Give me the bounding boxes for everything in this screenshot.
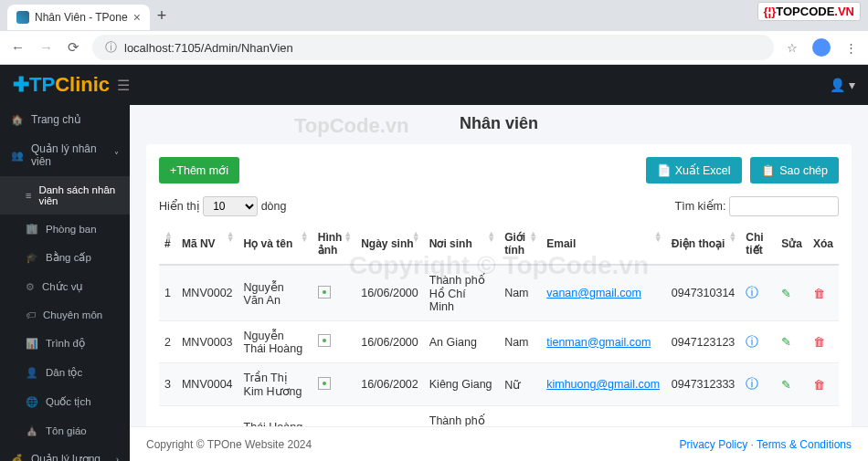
sidebar-icon: 💰 <box>11 454 24 462</box>
search-label: Tìm kiếm: <box>675 200 726 213</box>
sort-icon: ▲▼ <box>728 231 736 242</box>
chevron-icon: ˅ <box>114 151 119 161</box>
table-row: 3 MNV0004 Trần Thị Kim Hương 16/06/2002 … <box>159 363 839 406</box>
page-title: Nhân viên <box>146 114 852 133</box>
sidebar-item[interactable]: 💰Quản lý lương› <box>0 445 130 461</box>
page-size-select[interactable]: 10 <box>203 196 258 216</box>
detail-icon[interactable]: ⓘ <box>746 285 758 299</box>
sidebar-item[interactable]: 🎓Bằng cấp <box>0 243 130 272</box>
sidebar-icon: ⚙ <box>26 281 35 293</box>
address-bar: ← → ⟳ ⓘ localhost:7105/Admin/NhanVien ☆ … <box>0 31 868 64</box>
delete-icon[interactable]: 🗑 <box>813 287 825 300</box>
sidebar-label: Chức vụ <box>42 280 83 293</box>
sidebar-label: Trang chủ <box>31 113 81 126</box>
column-header[interactable]: Giới tính▲▼ <box>499 224 541 265</box>
email-link[interactable]: vanan@gmail.com <box>546 287 641 299</box>
add-button[interactable]: +Thêm mới <box>159 157 239 183</box>
reload-icon[interactable]: ⟳ <box>68 39 79 56</box>
sidebar-item[interactable]: ⚙Chức vụ <box>0 272 130 301</box>
column-header[interactable]: Hình ảnh▲▼ <box>312 224 355 265</box>
email-link[interactable]: kimhuong@gmail.com <box>546 378 660 391</box>
show-prefix: Hiển thị <box>159 200 200 213</box>
edit-icon[interactable]: ✎ <box>781 378 791 392</box>
tab-close-icon[interactable]: × <box>133 10 141 25</box>
main-area: TopCode.vn Nhân viên +Thêm mới 📄 Xuất Ex… <box>130 105 868 461</box>
sort-icon: ▲▼ <box>164 231 173 242</box>
sidebar-item[interactable]: 🏢Phòng ban <box>0 215 130 243</box>
menu-toggle-icon[interactable]: ☰ <box>117 77 130 94</box>
sidebar-icon: 🏢 <box>26 223 38 235</box>
sidebar-item[interactable]: 👤Dân tộc <box>0 358 130 387</box>
sidebar-icon: ⛪ <box>26 424 38 436</box>
footer-copyright: Copyright © TPOne Website 2024 <box>146 438 312 451</box>
sort-icon: ▲▼ <box>529 231 537 242</box>
edit-icon[interactable]: ✎ <box>781 287 791 300</box>
privacy-link[interactable]: Privacy Policy <box>679 438 747 451</box>
tab-title: Nhân Viên - TPone <box>35 11 128 24</box>
delete-icon[interactable]: 🗑 <box>813 378 825 392</box>
column-header[interactable]: Nơi sinh▲▼ <box>424 224 499 265</box>
sidebar-icon: 🏠 <box>11 114 24 126</box>
column-header[interactable]: #▲▼ <box>159 224 176 265</box>
sidebar-label: Phòng ban <box>46 224 97 235</box>
column-header[interactable]: Ngày sinh▲▼ <box>355 224 424 265</box>
column-header[interactable]: Họ và tên▲▼ <box>238 224 312 265</box>
sort-icon: ▲▼ <box>487 231 495 242</box>
topcode-badge: {¦}TOPCODE.VN <box>757 2 862 21</box>
url-input[interactable]: ⓘ localhost:7105/Admin/NhanVien <box>92 35 774 60</box>
sidebar: 🏠Trang chủ👥Quản lý nhân viên˅≡Danh sách … <box>0 105 130 461</box>
sidebar-icon: 📊 <box>26 338 38 350</box>
forward-icon[interactable]: → <box>39 39 53 56</box>
sort-icon: ▲▼ <box>301 231 309 242</box>
bookmark-icon[interactable]: ☆ <box>787 41 798 55</box>
detail-icon[interactable]: ⓘ <box>746 334 758 349</box>
sidebar-item[interactable]: 👥Quản lý nhân viên˅ <box>0 134 130 176</box>
sidebar-label: Quản lý lương <box>31 453 101 461</box>
sidebar-label: Chuyên môn <box>43 309 102 320</box>
footer: Copyright © TPOne Website 2024 Privacy P… <box>130 426 868 461</box>
column-header[interactable]: Điện thoại▲▼ <box>666 224 741 265</box>
sidebar-item[interactable]: 🌐Quốc tịch <box>0 387 130 416</box>
excel-icon: 📄 <box>657 163 672 177</box>
table-row: 1 MNV0002 Nguyễn Văn An 16/06/2000 Thành… <box>159 265 839 321</box>
sort-icon: ▲▼ <box>344 231 352 242</box>
app-logo[interactable]: ✚TPClinic <box>13 73 110 97</box>
sidebar-item[interactable]: 📊Trình độ <box>0 329 130 358</box>
sidebar-item[interactable]: ≡Danh sách nhân viên <box>0 176 130 215</box>
column-header[interactable]: Email▲▼ <box>541 224 666 265</box>
detail-icon[interactable]: ⓘ <box>746 425 758 426</box>
user-menu-icon[interactable]: 👤 ▾ <box>830 78 855 92</box>
copy-button[interactable]: 📋 Sao chép <box>750 157 839 183</box>
email-link[interactable]: tienman@gmail.com <box>546 336 651 349</box>
sidebar-item[interactable]: 🏠Trang chủ <box>0 105 130 134</box>
sidebar-label: Quản lý nhân viên <box>31 142 107 168</box>
sidebar-label: Dân tộc <box>46 366 82 379</box>
delete-icon[interactable]: 🗑 <box>813 335 825 349</box>
edit-icon[interactable]: ✎ <box>781 335 791 349</box>
profile-avatar-icon[interactable] <box>812 38 831 57</box>
search-input[interactable] <box>729 196 839 216</box>
table-row: 2 MNV0003 Nguyễn Thái Hoàng 16/06/2000 A… <box>159 321 839 363</box>
sidebar-icon: 🏷 <box>26 309 36 320</box>
sort-icon: ▲▼ <box>654 231 662 242</box>
site-info-icon[interactable]: ⓘ <box>105 39 117 56</box>
sidebar-icon: 🌐 <box>26 396 38 408</box>
browser-tab[interactable]: Nhân Viên - TPone × <box>7 5 150 30</box>
column-header[interactable]: Mã NV▲▼ <box>176 224 238 265</box>
sort-icon: ▲▼ <box>227 231 235 242</box>
sidebar-label: Danh sách nhân viên <box>38 184 119 206</box>
sidebar-item[interactable]: 🏷Chuyên môn <box>0 301 130 329</box>
detail-icon[interactable]: ⓘ <box>746 376 758 391</box>
back-icon[interactable]: ← <box>11 39 25 56</box>
sidebar-item[interactable]: ⛪Tôn giáo <box>0 416 130 445</box>
column-header[interactable]: Sửa <box>776 224 808 265</box>
menu-icon[interactable]: ⋮ <box>845 41 857 55</box>
export-excel-button[interactable]: 📄 Xuất Excel <box>646 157 742 183</box>
terms-link[interactable]: Terms & Conditions <box>757 438 852 451</box>
new-tab-button[interactable]: + <box>157 6 167 26</box>
copy-icon: 📋 <box>761 163 776 177</box>
content-card: +Thêm mới 📄 Xuất Excel 📋 Sao chép <box>146 144 852 426</box>
column-header[interactable]: Xóa <box>808 224 839 265</box>
column-header[interactable]: Chi tiết <box>740 224 776 265</box>
sidebar-label: Tôn giáo <box>46 425 87 436</box>
